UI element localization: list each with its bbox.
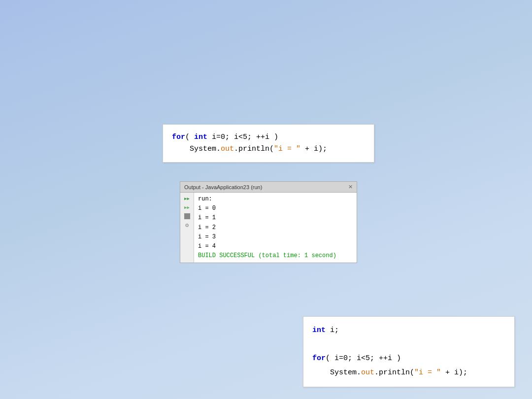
out-method-2: out — [361, 368, 374, 377]
output-toolbar — [180, 193, 194, 263]
output-run-label: run: — [198, 195, 353, 204]
output-panel: Output - JavaApplication23 (run) ✕ run: … — [180, 181, 357, 263]
rerun-icon — [184, 204, 190, 211]
int-keyword-1: int — [194, 133, 207, 141]
code2-line-3: for( i=0; i<5; ++i ) — [312, 352, 505, 366]
settings-icon — [185, 222, 189, 229]
code-snippet-2: int i; for( i=0; i<5; ++i ) System.out.p… — [303, 316, 515, 387]
output-line-3: i = 3 — [198, 233, 353, 242]
run-button[interactable] — [183, 195, 192, 202]
output-panel-header: Output - JavaApplication23 (run) ✕ — [180, 182, 357, 193]
code-snippet-1: for( int i=0; i<5; ++i ) System.out.prin… — [163, 124, 374, 163]
out-method: out — [221, 145, 234, 153]
stop-icon — [184, 213, 190, 219]
build-success-line: BUILD SUCCESSFUL (total time: 1 second) — [198, 251, 353, 261]
code-line-2: System.out.println("i = " + i); — [172, 143, 365, 155]
output-line-2: i = 2 — [198, 223, 353, 233]
rerun-button[interactable] — [183, 203, 192, 211]
output-panel-body: run: i = 0 i = 1 i = 2 i = 3 i = 4 BUILD… — [180, 193, 357, 263]
for-keyword-2: for — [312, 354, 326, 363]
close-icon[interactable]: ✕ — [348, 184, 353, 190]
output-line-4: i = 4 — [198, 242, 353, 251]
output-line-0: i = 0 — [198, 204, 353, 213]
output-content: run: i = 0 i = 1 i = 2 i = 3 i = 4 BUILD… — [194, 193, 357, 263]
output-line-1: i = 1 — [198, 213, 353, 223]
code2-line-blank — [312, 338, 505, 352]
run-icon — [184, 195, 190, 202]
int-keyword-2: int — [312, 326, 326, 334]
stop-button[interactable] — [183, 212, 192, 220]
code-line-1: for( int i=0; i<5; ++i ) — [172, 132, 365, 143]
settings-button[interactable] — [183, 221, 192, 229]
for-keyword: for — [172, 133, 185, 141]
code2-line-1: int i; — [312, 324, 505, 338]
output-panel-title: Output - JavaApplication23 (run) — [184, 184, 348, 190]
string-literal-2: "i = " — [414, 368, 441, 377]
string-literal-1: "i = " — [274, 145, 300, 153]
code2-line-4: System.out.println("i = " + i); — [312, 366, 505, 380]
